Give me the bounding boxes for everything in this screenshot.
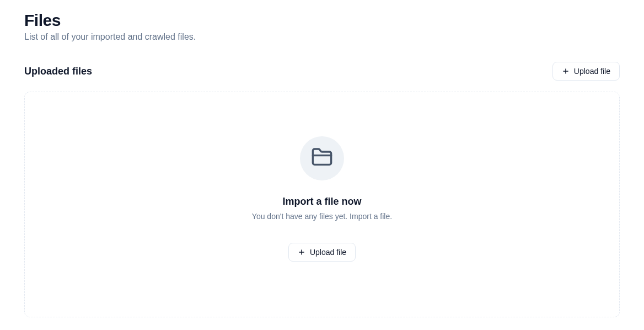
empty-state-box: Import a file now You don't have any fil… (24, 92, 620, 317)
section-title: Uploaded files (24, 66, 92, 77)
empty-state-title: Import a file now (282, 196, 361, 207)
upload-file-button-label: Upload file (574, 67, 610, 76)
plus-icon (562, 67, 570, 75)
upload-file-button-empty[interactable]: Upload file (288, 243, 356, 262)
folder-icon-circle (300, 136, 344, 180)
page-subtitle: List of all of your imported and crawled… (24, 32, 620, 42)
upload-file-button[interactable]: Upload file (552, 62, 620, 81)
page-title: Files (24, 11, 620, 30)
upload-file-button-empty-label: Upload file (310, 248, 346, 257)
section-header: Uploaded files Upload file (24, 62, 620, 81)
plus-icon (298, 248, 305, 256)
empty-state-subtitle: You don't have any files yet. Import a f… (252, 212, 392, 221)
folder-icon (311, 146, 333, 171)
